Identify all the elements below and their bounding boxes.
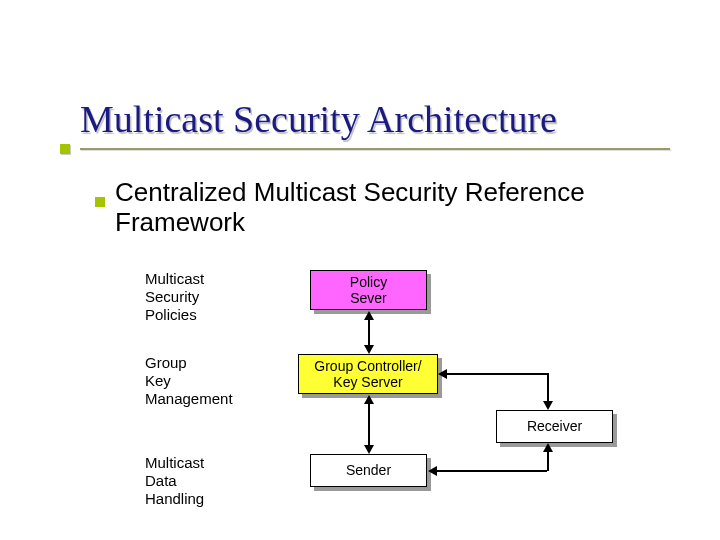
title-underline xyxy=(80,148,670,150)
arrow-vertical xyxy=(368,319,370,346)
arrow-vertical xyxy=(547,451,549,471)
arrow-head-down-icon xyxy=(364,345,374,354)
arrow-vertical xyxy=(547,373,549,402)
arrow-vertical xyxy=(368,403,370,446)
box-policy-server: Policy Sever xyxy=(310,270,427,310)
box-sender: Sender xyxy=(310,454,427,487)
title-accent-square xyxy=(60,144,70,154)
arrow-head-down-icon xyxy=(543,401,553,410)
row-label-data: Multicast Data Handling xyxy=(145,454,204,508)
slide-title: Multicast Security Architecture xyxy=(80,100,557,138)
row-label-keymgmt: Group Key Management xyxy=(145,354,233,408)
bullet-icon xyxy=(95,197,105,207)
arrow-head-left-icon xyxy=(438,369,447,379)
title-wrap: Multicast Security Architecture xyxy=(80,100,557,138)
arrow-horizontal xyxy=(437,470,547,472)
slide: Multicast Security Architecture Centrali… xyxy=(0,0,720,540)
row-label-policies: Multicast Security Policies xyxy=(145,270,204,324)
arrow-head-down-icon xyxy=(364,445,374,454)
subheading: Centralized Multicast Security Reference… xyxy=(115,178,705,238)
arrow-horizontal xyxy=(447,373,547,375)
arrow-head-up-icon xyxy=(543,443,553,452)
box-receiver: Receiver xyxy=(496,410,613,443)
arrow-head-left-icon xyxy=(428,466,437,476)
box-group-controller: Group Controller/ Key Server xyxy=(298,354,438,394)
